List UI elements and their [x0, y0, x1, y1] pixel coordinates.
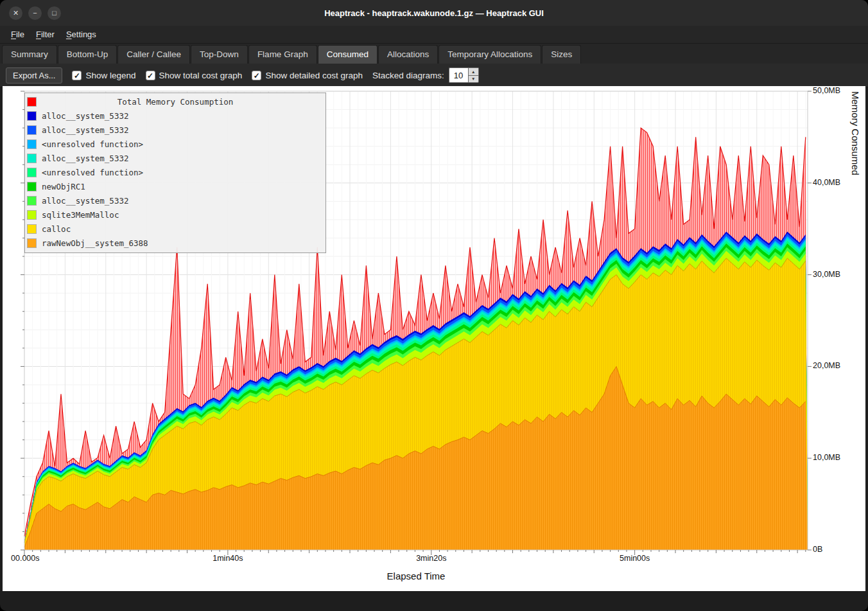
legend-label: <unresolved function> — [42, 168, 143, 177]
checkbox-icon[interactable]: ✓ — [72, 71, 82, 80]
checkbox-show-legend[interactable]: ✓Show legend — [72, 71, 135, 80]
checkbox-icon[interactable]: ✓ — [146, 71, 155, 80]
maximize-button[interactable]: □ — [48, 6, 61, 20]
y-axis-tick-label: 50,0MB — [813, 86, 840, 95]
legend-title-row: Total Memory Consumption — [25, 95, 326, 109]
menu-filter[interactable]: Filter — [30, 28, 60, 41]
legend-title: Total Memory Consumption — [25, 97, 326, 107]
x-axis-tick-label: 3min20s — [403, 554, 460, 563]
legend-item: newObjRC1 — [25, 179, 326, 193]
y-axis-tick-label: 20,0MB — [813, 361, 840, 370]
legend-title-swatch — [28, 98, 36, 106]
spin-up-button[interactable]: ▲ — [468, 67, 479, 75]
legend-label: newObjRC1 — [42, 182, 85, 191]
tab-sizes[interactable]: Sizes — [542, 45, 581, 64]
tab-consumed[interactable]: Consumed — [318, 45, 378, 64]
checkbox-show-total-cost-graph[interactable]: ✓Show total cost graph — [146, 71, 243, 80]
minimize-button[interactable]: − — [28, 6, 42, 20]
stacked-diagrams-value[interactable]: 10 — [449, 67, 468, 83]
legend-label: alloc__system_5332 — [42, 196, 128, 206]
legend-swatch — [28, 197, 36, 205]
checkbox-icon[interactable]: ✓ — [252, 71, 261, 80]
legend-label: sqlite3MemMalloc — [42, 210, 119, 220]
tab-bottom-up[interactable]: Bottom-Up — [58, 45, 117, 64]
tab-allocations[interactable]: Allocations — [378, 45, 438, 64]
legend-swatch — [28, 126, 36, 134]
legend-swatch — [28, 154, 36, 163]
legend-items: alloc__system_5332alloc__system_5332<unr… — [25, 109, 326, 250]
y-axis-tick-label: 0B — [813, 545, 822, 554]
legend-swatch — [28, 168, 36, 177]
x-axis-tick-label: 1min40s — [199, 554, 257, 563]
legend-item: alloc__system_5332 — [25, 123, 326, 137]
x-axis-tick-label: 00.000s — [11, 554, 39, 563]
toolbar-checkboxes: ✓Show legend✓Show total cost graph✓Show … — [72, 71, 363, 80]
legend-item: calloc — [25, 222, 326, 236]
toolbar: Export As... ✓Show legend✓Show total cos… — [0, 64, 868, 87]
x-axis-title: Elapsed Time — [24, 571, 808, 581]
chevron-up-icon: ▲ — [471, 69, 475, 74]
maximize-icon: □ — [52, 10, 56, 17]
window-controls: ✕ − □ — [9, 0, 67, 26]
tabbar: SummaryBottom-UpCaller / CalleeTop-DownF… — [0, 44, 868, 64]
chevron-down-icon: ▼ — [471, 76, 475, 81]
export-as-button[interactable]: Export As... — [6, 67, 62, 84]
legend-item: alloc__system_5332 — [25, 109, 326, 123]
x-axis-tick-label: 5min00s — [606, 554, 664, 563]
legend-label: <unresolved function> — [42, 139, 143, 149]
y-axis-tick-label: 10,0MB — [813, 453, 840, 462]
tab-summary[interactable]: Summary — [2, 45, 57, 64]
tab-temporary-allocations[interactable]: Temporary Allocations — [438, 45, 541, 64]
checkbox-label: Show detailed cost graph — [265, 71, 363, 80]
checkbox-show-detailed-cost-graph[interactable]: ✓Show detailed cost graph — [252, 71, 363, 80]
legend-label: alloc__system_5332 — [42, 125, 128, 135]
checkbox-label: Show legend — [85, 71, 135, 80]
y-axis-tick-label: 30,0MB — [813, 270, 840, 279]
close-button[interactable]: ✕ — [9, 6, 22, 20]
legend-swatch — [28, 182, 36, 191]
legend-swatch — [28, 140, 36, 148]
menu-settings[interactable]: Settings — [60, 28, 102, 41]
legend-item: <unresolved function> — [25, 137, 326, 151]
legend-swatch — [28, 225, 36, 233]
tab-caller-callee[interactable]: Caller / Callee — [117, 45, 190, 64]
legend: Total Memory Consumption alloc__system_5… — [24, 93, 326, 253]
stacked-diagrams-spinbox[interactable]: 10 ▲ ▼ — [449, 67, 479, 83]
tab-flame-graph[interactable]: Flame Graph — [248, 45, 317, 64]
y-axis-title: Memory Consumed — [850, 91, 861, 550]
legend-label: rawNewObj__system_6388 — [42, 238, 148, 248]
close-icon: ✕ — [13, 10, 19, 17]
stacked-diagrams-label: Stacked diagrams: — [372, 71, 444, 80]
titlebar: ✕ − □ Heaptrack - heaptrack.wakunode.1.g… — [0, 0, 868, 26]
legend-label: alloc__system_5332 — [42, 111, 128, 121]
spinbox-arrows: ▲ ▼ — [468, 67, 479, 83]
legend-item: alloc__system_5332 — [25, 193, 326, 208]
tab-top-down[interactable]: Top-Down — [191, 45, 248, 64]
minimize-icon: − — [33, 10, 37, 17]
legend-swatch — [28, 239, 36, 247]
legend-label: calloc — [42, 224, 71, 234]
y-axis-tick-label: 40,0MB — [813, 178, 840, 187]
chart-area: Total Memory Consumption alloc__system_5… — [3, 86, 865, 591]
stacked-diagrams-control: Stacked diagrams: 10 ▲ ▼ — [372, 67, 479, 83]
legend-label: alloc__system_5332 — [42, 154, 128, 163]
legend-item: <unresolved function> — [25, 165, 326, 179]
legend-item: alloc__system_5332 — [25, 151, 326, 165]
window-title: Heaptrack - heaptrack.wakunode.1.gz — He… — [0, 8, 868, 18]
legend-swatch — [28, 112, 36, 120]
spin-down-button[interactable]: ▼ — [468, 75, 479, 84]
menu-file[interactable]: File — [5, 28, 30, 41]
menubar: FileFilterSettings — [0, 26, 868, 44]
checkbox-label: Show total cost graph — [159, 71, 243, 80]
legend-item: sqlite3MemMalloc — [25, 208, 326, 222]
legend-swatch — [28, 211, 36, 219]
app-window: ✕ − □ Heaptrack - heaptrack.wakunode.1.g… — [0, 0, 868, 611]
legend-item: rawNewObj__system_6388 — [25, 236, 326, 250]
